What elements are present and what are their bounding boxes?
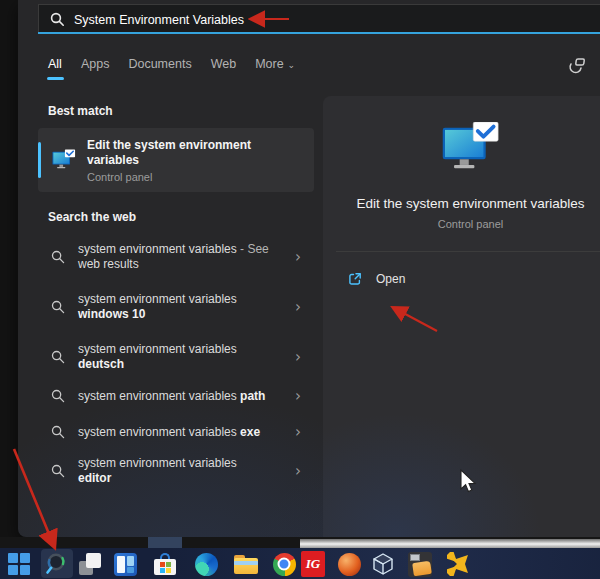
chevron-right-icon: › [295,464,301,479]
search-icon [51,464,66,479]
edge-browser-button[interactable] [193,551,219,577]
wallpaper-patch [148,537,182,548]
cube-app-button[interactable] [370,551,396,577]
cube-app-icon [371,552,395,576]
web-suggestion-item[interactable]: system environment variables deutsch › [38,338,314,376]
search-box[interactable] [38,4,600,34]
chevron-right-icon: › [295,389,301,404]
chrome-browser-button[interactable] [271,551,297,577]
web-suggestion-item[interactable]: system environment variables path › [38,383,314,409]
system-properties-monitor-check-icon [440,122,502,174]
search-icon [50,12,65,27]
tab-more[interactable]: More⌄ [255,57,295,80]
edge-icon [195,553,218,576]
widgets-icon [114,553,137,576]
search-the-web-header: Search the web [48,210,136,224]
web-suggestion-item[interactable]: system environment variables - See web r… [38,238,314,276]
chrome-icon [273,553,296,576]
open-external-icon [348,272,362,286]
microsoft-store-button[interactable] [152,551,178,577]
open-button[interactable]: Open [336,264,600,294]
ig-app-icon: IG [301,551,325,577]
search-options-icon[interactable] [566,55,588,77]
tab-documents[interactable]: Documents [128,57,191,80]
orange-globe-app-button[interactable] [336,551,362,577]
system-properties-monitor-check-icon [52,149,76,171]
windows-start-button[interactable] [6,551,32,577]
best-match-title: Edit the system environment variables [87,138,263,168]
task-view-icon [79,553,101,575]
file-explorer-icon [234,555,258,574]
best-match-item[interactable]: Edit the system environment variables Co… [38,128,314,192]
search-box-accent-underline [38,32,600,34]
search-icon [51,350,66,365]
tab-apps[interactable]: Apps [81,57,110,80]
search-flyout-panel: All Apps Documents Web More⌄ Best match [18,0,600,537]
background-window-edge [300,539,600,548]
best-match-subtitle: Control panel [87,171,263,183]
chevron-down-icon: ⌄ [288,60,296,70]
search-icon [51,425,66,440]
search-input[interactable] [74,13,434,27]
preview-pane: Edit the system environment variables Co… [323,96,600,537]
chevron-right-icon: › [295,425,301,440]
search-icon [51,250,66,265]
open-button-label: Open [376,272,405,286]
taskbar-search-button[interactable] [44,551,70,577]
ig-app-button[interactable]: IG [300,551,326,577]
chevron-right-icon: › [295,350,301,365]
web-suggestion-item[interactable]: system environment variables windows 10 … [38,288,314,326]
orange-globe-app-icon [338,553,361,576]
tab-all[interactable]: All [48,57,62,80]
yellow-arrows-app-button[interactable] [446,551,472,577]
taskbar-search-icon [45,552,69,576]
microsoft-store-icon [154,553,176,575]
windows-logo-icon [8,553,30,575]
chevron-right-icon: › [295,250,301,265]
best-match-header: Best match [48,104,113,118]
search-icon [51,300,66,315]
preview-subtitle: Control panel [438,218,503,230]
preview-title: Edit the system environment variables [356,196,584,211]
task-view-button[interactable] [77,551,103,577]
chevron-right-icon: › [295,300,301,315]
web-suggestion-item[interactable]: system environment variables editor › [38,452,314,490]
yellow-arrows-app-icon [447,552,471,576]
widgets-button[interactable] [112,551,138,577]
desktop-gap-strip [0,537,600,548]
taskbar: IG [0,548,600,579]
folder-utility-app-button[interactable] [407,551,433,577]
web-suggestion-item[interactable]: system environment variables exe › [38,419,314,445]
filter-tabs: All Apps Documents Web More⌄ [48,57,295,80]
tab-web[interactable]: Web [211,57,236,80]
file-explorer-button[interactable] [233,551,259,577]
divider [336,251,600,252]
search-icon [51,389,66,404]
folder-utility-app-icon [408,552,432,577]
